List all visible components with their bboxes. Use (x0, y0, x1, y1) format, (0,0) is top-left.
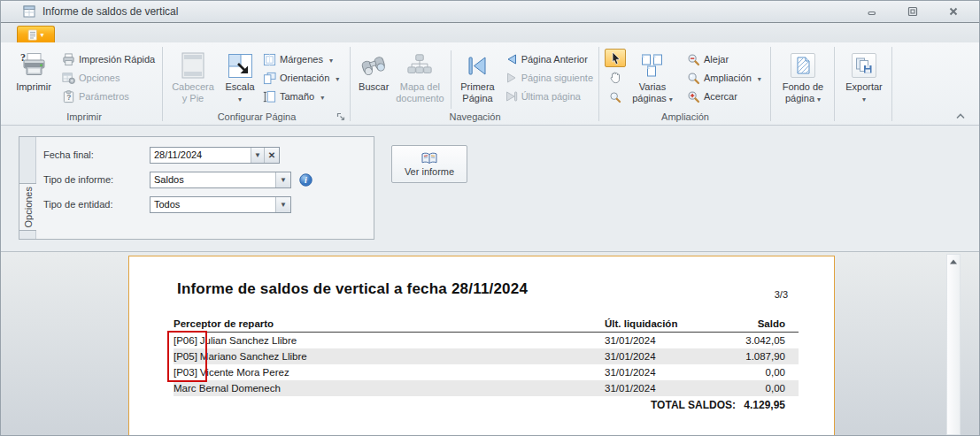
chevron-down-icon (327, 54, 333, 65)
document-menu-icon (27, 29, 38, 41)
export-button[interactable]: Exportar (837, 49, 891, 104)
scroll-up-button[interactable] (947, 255, 960, 269)
previous-page-icon (505, 53, 518, 65)
cursor-arrow-icon (610, 51, 621, 65)
options-panel: Opciones Fecha final: 28/11/2024 ▼ ✕ Tip… (19, 136, 374, 240)
header-footer-icon (181, 50, 204, 81)
table-total-row: TOTAL SALDOS: 4.129,95 (174, 396, 799, 414)
first-page-icon (466, 50, 490, 81)
parameters-clipboard-icon: ? (62, 90, 75, 103)
zoom-icon (687, 72, 700, 85)
scale-button[interactable]: Escala (220, 49, 260, 104)
total-label: TOTAL SALDOS: (605, 396, 736, 414)
chevron-down-icon (667, 93, 673, 103)
table-row: [P03]Vicente Mora Perez 31/01/2024 0,00 (174, 364, 799, 380)
arrow-up-icon (949, 258, 958, 265)
ribbon-separator (770, 47, 771, 121)
ribbon-separator (834, 47, 835, 121)
group-label-ampliacion: Ampliación (601, 111, 769, 122)
tipo-informe-combo[interactable]: Saldos ▼ (150, 172, 291, 188)
size-button[interactable]: Tamaño (260, 88, 342, 105)
tipo-informe-value[interactable]: Saldos (150, 172, 275, 187)
page-background-button[interactable]: Fondo de página (775, 49, 831, 106)
liquidation-date: 31/01/2024 (605, 348, 736, 364)
close-button[interactable] (942, 5, 965, 18)
pointer-tool-button[interactable] (605, 49, 626, 67)
last-page-icon (505, 90, 518, 103)
maximize-button[interactable] (901, 5, 924, 18)
total-value: 4.129,95 (736, 396, 799, 414)
ribbon-tabstrip: ▾ (1, 22, 979, 42)
combo-dropdown-button[interactable]: ▼ (275, 172, 290, 187)
group-inner-separator (451, 50, 451, 109)
report-page: Informe de saldos de vertical a fecha 28… (128, 256, 835, 435)
zoom-out-icon (687, 53, 700, 66)
orientation-button[interactable]: Orientación (260, 69, 342, 87)
ribbon-group-imprimir: ? Imprimir Impresión Rápida (6, 42, 162, 126)
tipo-entidad-combo[interactable]: Todos ▼ (150, 196, 291, 213)
scale-icon (228, 50, 253, 81)
zoom-out-button[interactable]: Alejar (684, 50, 764, 68)
info-icon[interactable]: i (299, 173, 313, 187)
fecha-final-value[interactable]: 28/11/2024 (150, 148, 251, 163)
multiple-pages-button[interactable]: Varias páginas (626, 49, 679, 106)
table-row: [P05]Mariano Sanchez Llibre 31/01/2024 1… (174, 348, 799, 364)
size-icon (263, 90, 276, 103)
chevron-down-icon (238, 93, 242, 103)
ribbon-group-configurar-pagina: Cabecera y Pie Escala (165, 42, 349, 126)
first-page-button[interactable]: Primera Página (456, 49, 498, 105)
report-scrollbar[interactable] (946, 254, 961, 435)
perceptor-name: Mariano Sanchez Llibre (200, 351, 307, 362)
options-grid-gear-icon (62, 72, 75, 85)
report-viewport[interactable]: Informe de saldos de vertical a fecha 28… (1, 251, 979, 435)
quick-print-icon (62, 53, 75, 66)
fecha-final-date-editor[interactable]: 28/11/2024 ▼ ✕ (150, 147, 280, 164)
report-table: Perceptor de reparto Últ. liquidación Sa… (174, 313, 799, 414)
book-report-icon (421, 152, 437, 164)
zoom-level-button[interactable]: Ampliación (684, 69, 764, 87)
chevron-down-icon: ▾ (40, 31, 43, 39)
view-report-button[interactable]: Ver informe (391, 145, 467, 183)
print-button[interactable]: ? Imprimir (8, 49, 59, 94)
search-button[interactable]: Buscar (354, 49, 393, 94)
combo-dropdown-button[interactable]: ▼ (275, 197, 290, 212)
ribbon-separator (598, 47, 599, 121)
ribbon-group-exportar: Exportar (836, 42, 892, 126)
ribbon: ? Imprimir Impresión Rápida (1, 42, 979, 126)
quick-print-button[interactable]: Impresión Rápida (59, 50, 158, 68)
liquidation-date: 31/01/2024 (605, 380, 736, 396)
collapse-ribbon-button[interactable] (954, 111, 967, 121)
zoom-tool-button[interactable] (605, 88, 626, 106)
liquidation-date: 31/01/2024 (605, 333, 736, 348)
dialog-launcher-icon[interactable] (336, 112, 346, 122)
perceptor-name: Vicente Mora Perez (200, 367, 289, 378)
previous-page-button[interactable]: Página Anterior (503, 50, 596, 68)
ribbon-group-ampliacion: Varias páginas Alejar (601, 42, 769, 126)
tipo-entidad-value[interactable]: Todos (150, 197, 275, 212)
group-label-configurar-pagina: Configurar Página (165, 111, 349, 122)
svg-text:?: ? (20, 51, 26, 64)
window-title: Informe de saldos de vertical (42, 1, 178, 22)
report-title: Informe de saldos de vertical a fecha 28… (177, 280, 528, 298)
date-dropdown-button[interactable]: ▼ (251, 148, 264, 163)
column-header-perceptor: Perceptor de reparto (174, 318, 605, 329)
table-row: Marc Bernal Domenech 31/01/2024 0,00 (174, 380, 799, 396)
ribbon-group-fondo: Fondo de página (773, 42, 833, 126)
application-menu-button[interactable]: ▾ (17, 26, 55, 43)
hand-tool-button[interactable] (605, 68, 626, 87)
balance-value: 1.087,90 (736, 348, 799, 364)
header-footer-button: Cabecera y Pie (166, 49, 220, 105)
margins-button[interactable]: Márgenes (260, 50, 342, 68)
titlebar: Informe de saldos de vertical (1, 1, 979, 22)
ribbon-separator (350, 47, 351, 121)
group-label-navegacion: Navegación (352, 111, 598, 122)
minimize-button[interactable] (860, 5, 884, 18)
column-header-saldo: Saldo (736, 318, 799, 329)
svg-text:i: i (305, 175, 307, 185)
last-page-button: Última página (503, 88, 596, 105)
zoom-in-button[interactable]: Acercar (684, 88, 764, 105)
document-map-button: Mapa del documento (393, 49, 446, 105)
date-clear-button[interactable]: ✕ (264, 148, 279, 163)
binoculars-search-icon (360, 50, 387, 81)
chevron-down-icon (755, 73, 761, 83)
